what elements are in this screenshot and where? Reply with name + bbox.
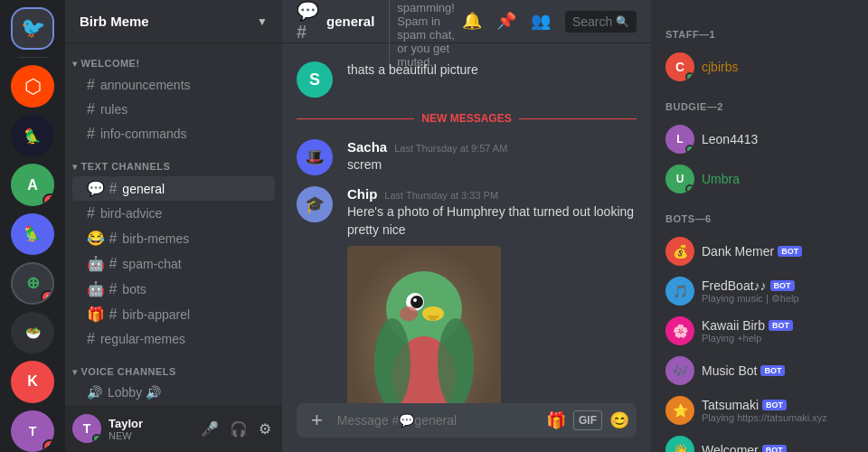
hash-icon: # <box>87 205 95 221</box>
server-sidebar: 🐦 ⬡ 🦜 A 1 🦜 ⊕ 6 🥗 K T 9 <box>0 0 65 452</box>
member-name: Music Bot <box>702 363 757 378</box>
server-icon-4[interactable]: 🦜 <box>11 213 54 255</box>
message-input[interactable] <box>330 403 546 438</box>
server-icon-birb[interactable]: 🐦 <box>11 7 54 50</box>
member-info: Umbra <box>702 172 854 186</box>
server-badge-3: 1 <box>42 193 54 206</box>
channel-announcements[interactable]: # announcements <box>72 73 275 97</box>
user-discriminator: NEW <box>108 430 190 441</box>
channel-bird-advice[interactable]: # bird-advice <box>72 202 275 225</box>
channel-regular-memes[interactable]: # regular-memes <box>72 327 275 351</box>
chat-input-area: + 🎁 GIF 😊 <box>282 403 651 452</box>
username: Taylor <box>108 417 190 430</box>
member-name: cjbirbs <box>702 60 854 74</box>
header-icons: 🔔 📌 👥 Search 🔍 📥 ❓ <box>462 11 651 33</box>
member-name-row: Tatsumaki BOT <box>702 398 854 412</box>
channel-name: general <box>326 14 374 29</box>
server-icon-8[interactable]: T 9 <box>11 410 54 452</box>
channel-spam-chat[interactable]: 🤖 # spam-chat <box>72 251 275 276</box>
member-name-row: Dank Memer BOT <box>702 244 854 259</box>
channel-birb-memes[interactable]: 😂 # birb-memes <box>72 226 275 250</box>
member-name-row: Music Bot BOT <box>702 363 854 378</box>
message-header: Sacha Last Thursday at 9:57 AM <box>347 139 637 155</box>
member-fredboat[interactable]: 🎵 FredBoat♪♪ BOT Playing music | ⚙help <box>658 271 861 311</box>
hash-icon: # <box>87 77 95 93</box>
bot-tag: BOT <box>769 320 793 331</box>
member-umbra[interactable]: U Umbra <box>658 159 861 199</box>
attach-button[interactable]: + <box>304 409 330 432</box>
gif-button[interactable]: GIF <box>573 410 602 430</box>
server-icon-6[interactable]: 🥗 <box>11 312 54 353</box>
member-welcomer[interactable]: 👋 Welcomer BOT <box>658 430 861 452</box>
online-dot <box>685 72 694 81</box>
channel-list: ▾ WELCOME! # announcements # rules # inf… <box>65 43 282 405</box>
server-header[interactable]: Birb Meme ▼ <box>65 0 282 43</box>
channel-bots[interactable]: 🤖 # bots <box>72 277 275 301</box>
deafen-button[interactable]: 🎧 <box>226 417 251 441</box>
server-icon-1[interactable]: ⬡ <box>11 65 54 107</box>
user-info: Taylor NEW <box>108 417 190 441</box>
bot-tag: BOT <box>760 365 785 376</box>
channel-birb-apparel[interactable]: 🎁 # birb-apparel <box>72 302 275 326</box>
member-info: Dank Memer BOT <box>702 244 854 259</box>
hash-icon: 🤖 # <box>87 255 117 272</box>
settings-button[interactable]: ⚙ <box>255 417 275 441</box>
collapse-arrow-icon: ▾ <box>72 367 78 377</box>
message-group: S thats a beautiful picture <box>282 58 651 101</box>
server-icon-2[interactable]: 🦜 <box>11 115 54 156</box>
gift-button[interactable]: 🎁 <box>546 410 566 430</box>
channel-rules[interactable]: # rules <box>72 98 275 121</box>
member-music-bot[interactable]: 🎶 Music Bot BOT <box>658 351 861 391</box>
member-info: Welcomer BOT <box>702 443 854 452</box>
message-group-chip: 🎓 Chip Last Thursday at 3:33 PM Here's a… <box>282 183 651 403</box>
bot-tag: BOT <box>778 246 802 257</box>
input-actions: 🎁 GIF 😊 <box>546 410 629 430</box>
member-info: Leon4413 <box>702 132 854 146</box>
message-avatar-sacha: 🎩 <box>297 139 333 175</box>
voice-channel-lobby1[interactable]: 🔊 Lobby 🔊 <box>72 381 275 403</box>
bot-tag: BOT <box>762 400 787 410</box>
server-icon-7[interactable]: K <box>11 361 54 402</box>
mute-button[interactable]: 🎤 <box>197 417 222 441</box>
emoji-button[interactable]: 😊 <box>609 410 629 430</box>
channel-info-commands[interactable]: # info-commands <box>72 122 275 146</box>
message-content: thats a beautiful picture <box>347 61 637 98</box>
online-dot <box>685 184 694 193</box>
bell-icon[interactable]: 🔔 <box>462 11 482 33</box>
member-name: Leon4413 <box>702 132 854 146</box>
member-name: Dank Memer <box>702 244 774 259</box>
member-name-row: Kawaii Birb BOT <box>702 318 854 333</box>
server-icon-3[interactable]: A 1 <box>11 164 54 205</box>
pin-icon[interactable]: 📌 <box>496 11 516 33</box>
category-text-channels[interactable]: ▾ TEXT CHANNELS <box>65 146 282 175</box>
message-content-sacha: Sacha Last Thursday at 9:57 AM screm <box>347 139 637 175</box>
member-avatar-leon: L <box>665 125 694 154</box>
member-avatar-umbra: U <box>665 165 694 193</box>
member-kawaii-birb[interactable]: 🌸 Kawaii Birb BOT Playing +help <box>658 311 861 351</box>
collapse-arrow-icon: ▾ <box>72 162 78 172</box>
member-cjbirbs[interactable]: C cjbirbs <box>658 47 861 87</box>
server-icon-5[interactable]: ⊕ 6 <box>11 262 54 305</box>
search-icon[interactable]: Search 🔍 <box>565 11 637 33</box>
hash-icon: 🎁 # <box>87 306 117 323</box>
member-leon[interactable]: L Leon4413 <box>658 119 861 159</box>
online-dot <box>685 145 694 154</box>
message-avatar-chip: 🎓 <box>297 186 333 222</box>
message-group-sacha: 🎩 Sacha Last Thursday at 9:57 AM screm <box>282 136 651 179</box>
category-voice-channels[interactable]: ▾ VOICE CHANNELS <box>65 352 282 381</box>
member-tatsumaki[interactable]: ⭐ Tatsumaki BOT Playing https://tatsumak… <box>658 391 861 430</box>
members-sidebar: STAFF—1 C cjbirbs BUDGIE—2 L Leon4413 U … <box>651 0 868 452</box>
svg-point-8 <box>400 306 418 321</box>
member-dank-memer[interactable]: 💰 Dank Memer BOT <box>658 231 861 271</box>
hash-icon: 🤖 # <box>87 280 117 297</box>
category-welcome[interactable]: ▾ WELCOME! <box>65 43 282 72</box>
message-image: ✏️ <box>347 246 501 403</box>
parrot-image-svg <box>347 246 501 403</box>
member-avatar-musicbot: 🎶 <box>665 356 694 385</box>
members-icon[interactable]: 👥 <box>531 11 551 33</box>
member-name: Tatsumaki <box>702 398 759 412</box>
channel-general[interactable]: 💬 # general ⊕ <box>72 176 275 201</box>
member-subtext: Playing music | ⚙help <box>702 293 854 305</box>
message-text: Here's a photo of Humphrey that turned o… <box>347 203 637 239</box>
user-avatar[interactable]: T <box>72 414 101 443</box>
